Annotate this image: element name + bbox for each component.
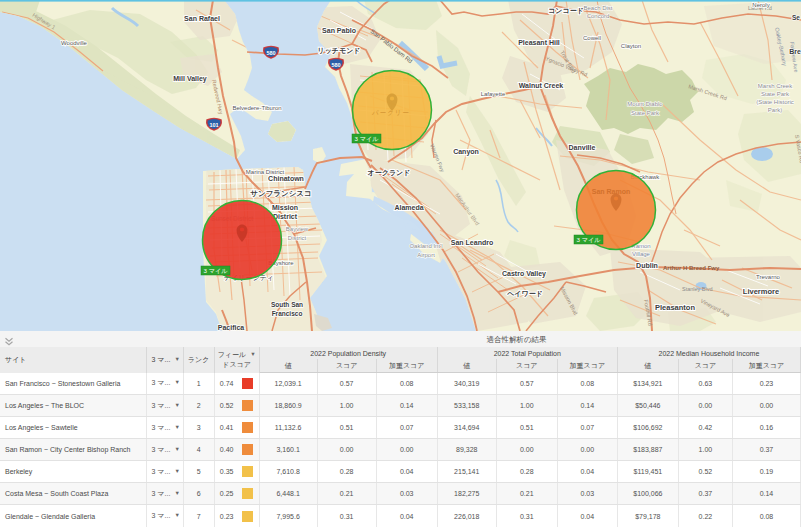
svg-text:State Park: State Park (631, 110, 660, 116)
svg-text:サンフランシスコ: サンフランシスコ (250, 189, 311, 198)
svg-text:3 マイル: 3 マイル (203, 267, 228, 274)
svg-text:Pacifica: Pacifica (218, 324, 245, 331)
svg-text:Beach Dist: Beach Dist (583, 5, 612, 11)
svg-text:580: 580 (331, 62, 340, 68)
svg-text:Lafayette: Lafayette (481, 91, 506, 97)
svg-text:Francisco: Francisco (272, 310, 303, 317)
svg-text:オークランド: オークランド (368, 169, 411, 177)
svg-text:Mission: Mission (272, 204, 298, 211)
svg-text:Se: Se (792, 14, 800, 21)
svg-text:Pleasanton: Pleasanton (655, 303, 695, 312)
svg-text:Arthur H Breed Fwy: Arthur H Breed Fwy (663, 265, 720, 271)
svg-text:District: District (273, 213, 298, 220)
svg-text:Airport: Airport (417, 252, 435, 258)
svg-text:3 マイル: 3 マイル (576, 236, 601, 243)
svg-text:State Park: State Park (761, 91, 790, 97)
svg-text:101: 101 (209, 122, 218, 128)
svg-text:Cowell: Cowell (583, 35, 601, 41)
svg-text:Walnut Creek: Walnut Creek (519, 82, 564, 89)
svg-text:San Ramon: San Ramon (592, 188, 631, 195)
svg-text:Woodville: Woodville (61, 40, 88, 46)
svg-text:Castro Valley: Castro Valley (502, 270, 546, 278)
svg-text:Concord: Concord (587, 13, 610, 19)
svg-text:Stanley Blvd: Stanley Blvd (682, 286, 713, 292)
svg-text:Mill Valley: Mill Valley (173, 75, 207, 83)
svg-text:Bre: Bre (789, 48, 801, 55)
svg-text:South San: South San (271, 301, 303, 308)
svg-text:リッチモンド: リッチモンド (318, 47, 361, 55)
svg-text:コンコード: コンコード (548, 7, 584, 15)
svg-text:Chinatown: Chinatown (268, 175, 304, 182)
svg-text:580: 580 (266, 50, 275, 56)
svg-text:Marina District: Marina District (246, 169, 285, 175)
svg-text:Canyon: Canyon (453, 148, 479, 156)
svg-text:Danville: Danville (569, 144, 596, 151)
svg-text:Park): Park) (768, 107, 782, 113)
svg-text:Dublin: Dublin (636, 262, 658, 269)
svg-text:San Rafael: San Rafael (184, 15, 220, 22)
svg-text:パークリー: パークリー (371, 109, 410, 116)
svg-text:Village: Village (632, 251, 651, 257)
svg-text:3 マイル: 3 マイル (354, 135, 379, 142)
svg-text:San Leandro: San Leandro (451, 239, 493, 246)
svg-text:Trevarno: Trevarno (756, 274, 780, 280)
svg-text:Bayview: Bayview (286, 226, 309, 232)
svg-text:Neroly: Neroly (752, 2, 769, 8)
svg-text:Livermore: Livermore (743, 287, 779, 296)
svg-text:San Pablo: San Pablo (322, 27, 356, 34)
svg-text:Belvedere-Tiburon: Belvedere-Tiburon (232, 105, 281, 111)
svg-text:Clayton: Clayton (621, 43, 641, 49)
svg-text:Alameda: Alameda (394, 204, 423, 211)
svg-text:Oakland Int'l: Oakland Int'l (409, 243, 442, 249)
svg-text:District: District (288, 235, 307, 241)
svg-text:(State Historic: (State Historic (756, 99, 794, 105)
svg-text:Pleasant Hill: Pleasant Hill (518, 39, 560, 46)
svg-text:Marsh Creek: Marsh Creek (758, 83, 793, 89)
svg-text:ヘイワード: ヘイワード (506, 290, 543, 298)
svg-text:Mount Diablo: Mount Diablo (627, 101, 663, 107)
